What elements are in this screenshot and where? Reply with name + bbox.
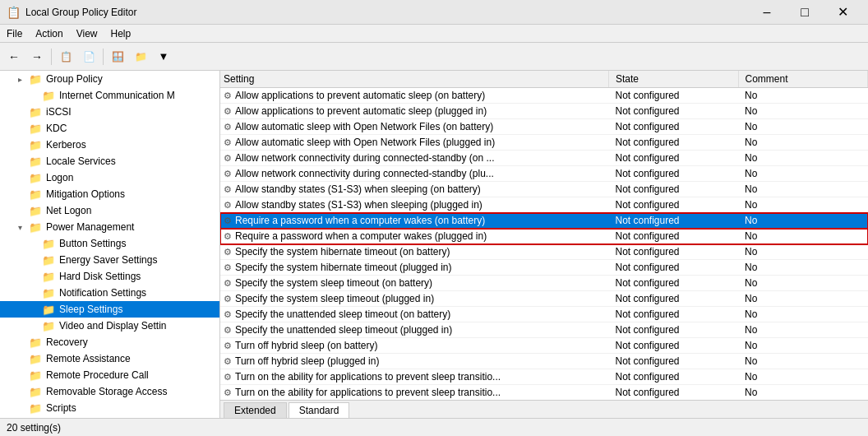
folder-icon: 📁 xyxy=(42,319,55,332)
content-panel: Setting State Comment ⚙Allow application… xyxy=(220,71,868,418)
table-row[interactable]: ⚙Specify the unattended sleep timeout (p… xyxy=(220,322,868,338)
tree-item[interactable]: 📁Removable Storage Access xyxy=(0,383,219,400)
tree-item[interactable]: 📁Remote Procedure Call xyxy=(0,367,219,383)
table-row[interactable]: ⚙Allow standby states (S1-S3) when sleep… xyxy=(220,182,868,197)
menu-action[interactable]: Action xyxy=(29,26,69,41)
setting-text: Turn on the ability for applications to … xyxy=(235,387,501,398)
open-folder-button[interactable]: 📁 xyxy=(130,46,151,67)
tree-item[interactable]: 📁Energy Saver Settings xyxy=(0,252,219,268)
table-row[interactable]: ⚙Turn off hybrid sleep (plugged in)Not c… xyxy=(220,354,868,369)
menu-view[interactable]: View xyxy=(70,26,104,41)
setting-icon: ⚙ xyxy=(224,216,232,225)
tree-item[interactable]: 📁Video and Display Settin xyxy=(0,318,219,334)
table-row[interactable]: ⚙Allow applications to prevent automatic… xyxy=(220,104,868,119)
tree-item[interactable]: 📁iSCSI xyxy=(0,104,219,120)
tree-item[interactable]: 📁Scripts xyxy=(0,400,219,416)
table-row[interactable]: ⚙Allow automatic sleep with Open Network… xyxy=(220,119,868,135)
menu-file[interactable]: File xyxy=(0,26,29,41)
cell-comment: No xyxy=(738,229,868,244)
cell-setting: ⚙Specify the system hibernate timeout (o… xyxy=(220,244,609,260)
table-row[interactable]: ⚙Allow standby states (S1-S3) when sleep… xyxy=(220,197,868,213)
cell-comment: No xyxy=(738,385,868,401)
cell-state: Not configured xyxy=(609,276,739,291)
tree-toggle-icon xyxy=(26,319,39,332)
tab-standard[interactable]: Standard xyxy=(289,402,350,418)
table-row[interactable]: ⚙Require a password when a computer wake… xyxy=(220,229,868,244)
title-bar: 📋 Local Group Policy Editor – □ ✕ xyxy=(0,0,868,25)
cell-comment: No xyxy=(738,151,868,166)
setting-icon: ⚙ xyxy=(224,372,232,382)
show-hide-button[interactable]: 📋 xyxy=(55,46,76,67)
tree-item[interactable]: 📁Server Manager xyxy=(0,416,219,418)
cell-setting: ⚙Allow network connectivity during conne… xyxy=(220,151,609,166)
tree-item[interactable]: 📁KDC xyxy=(0,120,219,137)
table-row[interactable]: ⚙Allow applications to prevent automatic… xyxy=(220,88,868,104)
setting-icon: ⚙ xyxy=(224,341,232,350)
tree-toggle-icon xyxy=(13,352,26,365)
new-window-button[interactable]: 🪟 xyxy=(107,46,128,67)
tree-item[interactable]: 📁Kerberos xyxy=(0,137,219,153)
table-row[interactable]: ⚙Specify the unattended sleep timeout (o… xyxy=(220,307,868,322)
tab-extended[interactable]: Extended xyxy=(224,402,287,418)
cell-comment: No xyxy=(738,213,868,229)
tree-item[interactable]: 📁Internet Communication M xyxy=(0,87,219,104)
tree-item[interactable]: 📁Notification Settings xyxy=(0,285,219,301)
folder-icon: 📁 xyxy=(42,237,55,250)
tree-item[interactable]: 📁Locale Services xyxy=(0,153,219,169)
table-row[interactable]: ⚙Allow network connectivity during conne… xyxy=(220,151,868,166)
cell-setting: ⚙Turn on the ability for applications to… xyxy=(220,369,609,385)
tree-container: ▸📁Group Policy📁Internet Communication M📁… xyxy=(0,71,219,418)
folder-icon: 📁 xyxy=(29,220,42,234)
table-row[interactable]: ⚙Specify the system sleep timeout (plugg… xyxy=(220,291,868,307)
col-setting: Setting xyxy=(220,71,609,88)
table-row[interactable]: ⚙Turn off hybrid sleep (on battery)Not c… xyxy=(220,338,868,354)
table-row[interactable]: ⚙Turn on the ability for applications to… xyxy=(220,369,868,385)
toolbar-separator-1 xyxy=(51,49,52,65)
tree-item[interactable]: ▾📁Power Management xyxy=(0,219,219,235)
back-button[interactable]: ← xyxy=(3,46,25,67)
setting-icon: ⚙ xyxy=(224,309,232,319)
folder-icon: 📁 xyxy=(42,89,55,102)
table-row[interactable]: ⚙Specify the system hibernate timeout (p… xyxy=(220,260,868,276)
tree-item-label: Remote Assistance xyxy=(46,353,131,364)
cell-state: Not configured xyxy=(609,322,739,338)
table-row[interactable]: ⚙Require a password when a computer wake… xyxy=(220,213,868,229)
table-row[interactable]: ⚙Specify the system sleep timeout (on ba… xyxy=(220,276,868,291)
tree-item-label: Notification Settings xyxy=(59,287,146,299)
tree-item[interactable]: ▸📁Group Policy xyxy=(0,71,219,87)
table-row[interactable]: ⚙Allow network connectivity during conne… xyxy=(220,166,868,182)
setting-text: Specify the system sleep timeout (on bat… xyxy=(235,277,432,289)
table-header: Setting State Comment xyxy=(220,71,868,88)
maximize-button[interactable]: □ xyxy=(786,0,824,25)
cell-state: Not configured xyxy=(609,166,739,182)
cell-comment: No xyxy=(738,88,868,104)
setting-text: Turn on the ability for applications to … xyxy=(235,371,501,383)
folder-icon: 📁 xyxy=(29,138,42,151)
tree-item[interactable]: 📁Remote Assistance xyxy=(0,350,219,367)
tree-toggle-icon xyxy=(13,204,26,217)
menu-bar: File Action View Help xyxy=(0,25,868,43)
table-row[interactable]: ⚙Specify the system hibernate timeout (o… xyxy=(220,244,868,260)
cell-setting: ⚙Specify the system sleep timeout (on ba… xyxy=(220,276,609,291)
tree-item[interactable]: 📁Net Logon xyxy=(0,202,219,219)
tree-item[interactable]: 📁Recovery xyxy=(0,334,219,350)
tree-item[interactable]: 📁Logon xyxy=(0,169,219,186)
cell-setting: ⚙Specify the system hibernate timeout (p… xyxy=(220,260,609,276)
tree-item[interactable]: 📁Mitigation Options xyxy=(0,186,219,202)
cell-comment: No xyxy=(738,244,868,260)
toolbar-separator-2 xyxy=(103,49,104,65)
table-row[interactable]: ⚙Turn on the ability for applications to… xyxy=(220,385,868,401)
tree-panel: ▸📁Group Policy📁Internet Communication M📁… xyxy=(0,71,220,418)
folder-icon: 📁 xyxy=(29,72,42,86)
tree-item[interactable]: 📁Button Settings xyxy=(0,235,219,252)
menu-help[interactable]: Help xyxy=(104,26,138,41)
tree-item[interactable]: 📁Hard Disk Settings xyxy=(0,268,219,285)
tree-toggle-icon xyxy=(13,369,26,382)
filter-button[interactable]: ▼ xyxy=(153,46,174,67)
properties-button[interactable]: 📄 xyxy=(78,46,99,67)
minimize-button[interactable]: – xyxy=(748,0,786,25)
forward-button[interactable]: → xyxy=(26,46,48,67)
close-button[interactable]: ✕ xyxy=(824,0,861,25)
table-row[interactable]: ⚙Allow automatic sleep with Open Network… xyxy=(220,135,868,151)
tree-item[interactable]: 📁Sleep Settings xyxy=(0,301,219,318)
